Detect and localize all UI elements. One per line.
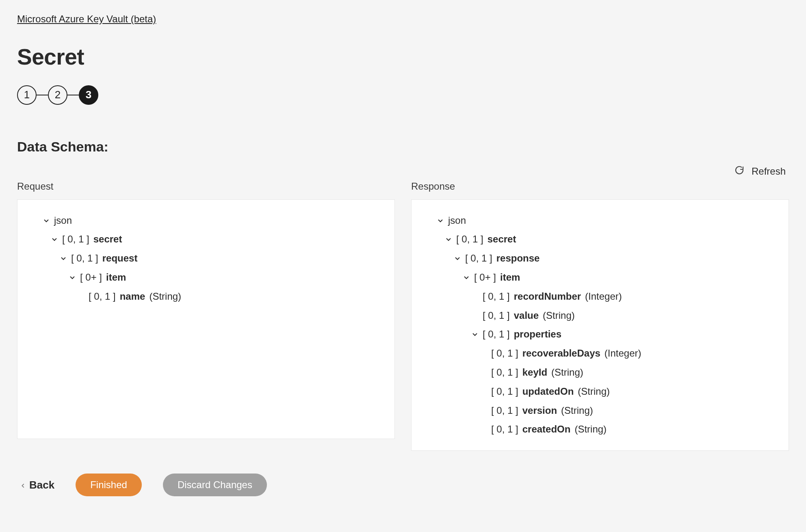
node-cardinality: [ 0, 1 ] (491, 401, 518, 420)
breadcrumb[interactable]: Microsoft Azure Key Vault (beta) (17, 13, 156, 24)
response-label: Response (411, 181, 789, 192)
node-name: request (102, 249, 138, 268)
tree-node[interactable]: [ 0, 1 ] recoverableDays (Integer) (480, 344, 775, 363)
step-connector (37, 95, 48, 95)
refresh-button[interactable]: Refresh (734, 165, 786, 177)
tree-node[interactable]: [ 0, 1 ] recordNumber (Integer) (471, 287, 775, 306)
tree-node[interactable]: [ 0, 1 ] secret (445, 230, 775, 249)
step-connector (67, 95, 79, 95)
node-type: (Integer) (585, 287, 622, 306)
request-column: Request json [ 0, 1 ] secret[ 0, 1 ] req… (17, 181, 395, 451)
step-2[interactable]: 2 (48, 85, 67, 105)
node-type: (String) (551, 363, 583, 382)
back-button[interactable]: Back (20, 479, 54, 491)
tree-node[interactable]: [ 0+ ] item (463, 268, 775, 287)
chevron-down-icon (60, 255, 67, 262)
chevron-down-icon (69, 274, 76, 281)
step-1[interactable]: 1 (17, 85, 37, 105)
tree-node[interactable]: [ 0, 1 ] name (String) (77, 287, 381, 306)
node-name: secret (488, 230, 516, 249)
node-cardinality: [ 0, 1 ] (456, 230, 483, 249)
node-name: item (500, 268, 520, 287)
tree-node[interactable]: [ 0, 1 ] response (454, 249, 775, 268)
tree-node[interactable]: [ 0+ ] item (69, 268, 381, 287)
node-name: json (448, 211, 466, 230)
node-name: version (522, 401, 557, 420)
node-cardinality: [ 0, 1 ] (62, 230, 89, 249)
refresh-label: Refresh (752, 166, 786, 177)
tree-node[interactable]: [ 0, 1 ] value (String) (471, 306, 775, 325)
request-label: Request (17, 181, 395, 192)
tree-node[interactable]: [ 0, 1 ] request (60, 249, 381, 268)
node-name: properties (514, 325, 561, 344)
page-title: Secret (17, 44, 789, 70)
node-cardinality: [ 0+ ] (80, 268, 102, 287)
node-name: updatedOn (522, 382, 574, 401)
node-type: (String) (574, 420, 607, 439)
node-type: (String) (578, 382, 610, 401)
node-name: response (496, 249, 540, 268)
tree-node[interactable]: json (437, 211, 775, 230)
tree-node[interactable]: [ 0, 1 ] version (String) (480, 401, 775, 420)
node-cardinality: [ 0, 1 ] (483, 306, 510, 325)
request-tree: json [ 0, 1 ] secret[ 0, 1 ] request[ 0+… (31, 211, 381, 306)
node-cardinality: [ 0, 1 ] (89, 287, 116, 306)
tree-node[interactable]: [ 0, 1 ] createdOn (String) (480, 420, 775, 439)
node-name: item (106, 268, 126, 287)
section-heading: Data Schema: (17, 139, 789, 155)
chevron-down-icon (454, 255, 461, 262)
node-cardinality: [ 0, 1 ] (465, 249, 492, 268)
node-name: value (514, 306, 539, 325)
chevron-down-icon (51, 236, 58, 242)
response-tree: json [ 0, 1 ] secret[ 0, 1 ] response[ 0… (425, 211, 775, 439)
node-type: (String) (561, 401, 593, 420)
node-type: (String) (149, 287, 181, 306)
tree-node[interactable]: [ 0, 1 ] updatedOn (String) (480, 382, 775, 401)
finished-button[interactable]: Finished (76, 474, 142, 496)
tree-node[interactable]: [ 0, 1 ] properties (471, 325, 775, 344)
node-type: (Integer) (604, 344, 641, 363)
response-column: Response json [ 0, 1 ] secret[ 0, 1 ] re… (411, 181, 789, 451)
chevron-down-icon (445, 236, 452, 242)
chevron-down-icon (463, 274, 470, 281)
back-label: Back (29, 479, 54, 491)
tree-node[interactable]: json (43, 211, 381, 230)
node-name: recoverableDays (522, 344, 600, 363)
tree-node[interactable]: [ 0, 1 ] secret (51, 230, 381, 249)
refresh-icon (734, 165, 744, 177)
node-cardinality: [ 0, 1 ] (491, 344, 518, 363)
node-cardinality: [ 0, 1 ] (483, 325, 510, 344)
discard-button[interactable]: Discard Changes (163, 474, 267, 496)
node-cardinality: [ 0, 1 ] (483, 287, 510, 306)
node-name: secret (93, 230, 122, 249)
node-cardinality: [ 0, 1 ] (491, 420, 518, 439)
response-panel: json [ 0, 1 ] secret[ 0, 1 ] response[ 0… (411, 199, 789, 451)
chevron-down-icon (43, 217, 50, 224)
node-name: keyId (522, 363, 547, 382)
node-cardinality: [ 0, 1 ] (491, 382, 518, 401)
chevron-down-icon (437, 217, 444, 224)
node-cardinality: [ 0, 1 ] (71, 249, 98, 268)
stepper: 1 2 3 (17, 85, 789, 105)
tree-node[interactable]: [ 0, 1 ] keyId (String) (480, 363, 775, 382)
node-name: recordNumber (514, 287, 581, 306)
node-name: createdOn (522, 420, 571, 439)
node-cardinality: [ 0+ ] (474, 268, 496, 287)
node-type: (String) (543, 306, 575, 325)
node-cardinality: [ 0, 1 ] (491, 363, 518, 382)
node-name: name (120, 287, 145, 306)
chevron-down-icon (471, 331, 479, 337)
node-name: json (54, 211, 72, 230)
chevron-left-icon (20, 479, 26, 491)
request-panel: json [ 0, 1 ] secret[ 0, 1 ] request[ 0+… (17, 199, 395, 439)
step-3[interactable]: 3 (79, 85, 98, 105)
